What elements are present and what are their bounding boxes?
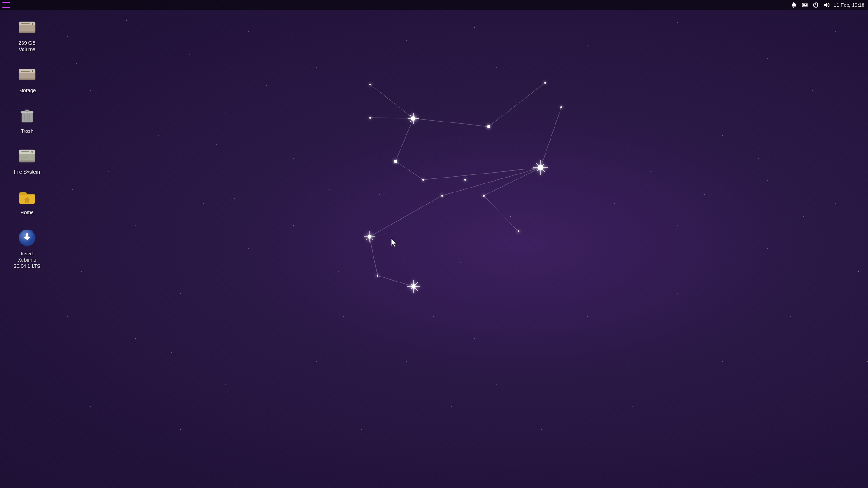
svg-rect-123 [803,5,807,6]
svg-rect-147 [22,122,33,122]
svg-point-137 [32,70,33,72]
power-manager-icon[interactable] [812,1,819,9]
top-panel: 11 Feb, 19:18 [0,0,868,10]
keyboard-layout-icon[interactable] [801,1,808,9]
install-xubuntu-label: Install Xubuntu 20.04.1 LTS [11,250,43,270]
storage-icon-image [16,64,38,85]
svg-rect-120 [803,4,804,5]
icon-install-xubuntu[interactable]: Install Xubuntu 20.04.1 LTS [9,225,45,272]
svg-rect-154 [19,161,35,162]
app-menu-button[interactable] [2,2,11,8]
filesystem-label: File System [14,169,40,175]
home-icon-image [16,186,38,207]
svg-rect-160 [26,201,28,203]
install-icon-image [16,227,38,249]
home-label: Home [20,209,33,216]
desktop [0,0,868,488]
svg-rect-133 [19,32,35,33]
volume-239-label: 239 GB Volume [11,40,43,53]
svg-point-152 [31,151,33,153]
storage-label: Storage [19,87,36,94]
panel-left [2,2,11,8]
desktop-icons: 239 GB Volume Storage [9,14,45,272]
svg-rect-155 [21,155,33,155]
icon-home[interactable]: Home [9,184,45,217]
svg-rect-136 [21,71,30,72]
notification-icon[interactable] [790,1,798,9]
icon-storage[interactable]: Storage [9,62,45,95]
trash-icon-image [16,104,38,126]
svg-rect-122 [806,4,807,5]
svg-rect-151 [21,151,29,152]
svg-rect-157 [21,157,28,158]
svg-rect-119 [802,3,807,7]
svg-rect-166 [26,233,28,237]
filesystem-icon-image [16,145,38,167]
panel-time: 11 Feb, 19:18 [834,2,864,8]
svg-rect-139 [19,79,35,80]
svg-point-131 [32,23,33,25]
icon-filesystem[interactable]: File System [9,143,45,177]
svg-rect-130 [21,23,30,24]
svg-rect-156 [21,156,33,156]
volume-icon[interactable] [823,1,830,9]
svg-rect-121 [804,4,805,5]
icon-trash[interactable]: Trash [9,103,45,136]
svg-marker-126 [824,3,827,7]
icon-239gb-volume[interactable]: 239 GB Volume [9,14,45,55]
volume-icon-image [16,16,38,38]
panel-right: 11 Feb, 19:18 [790,1,864,9]
trash-label: Trash [21,128,33,134]
